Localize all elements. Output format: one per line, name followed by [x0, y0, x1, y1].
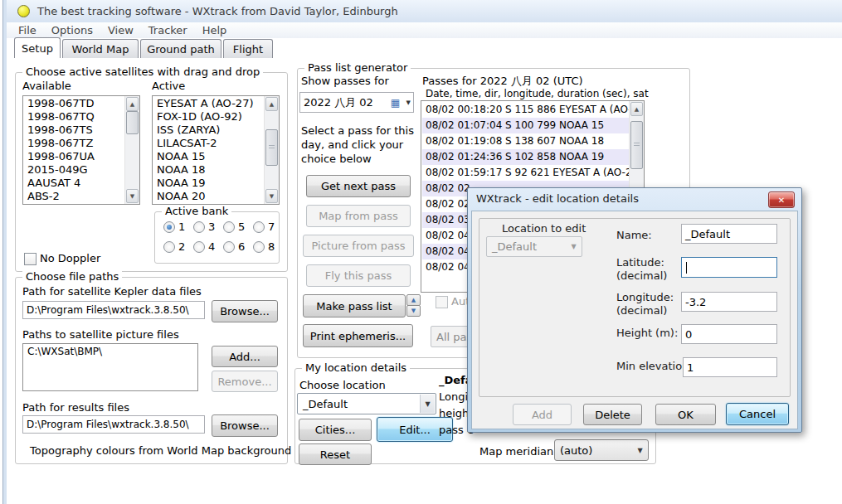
browse-results-button[interactable]: Browse...: [212, 414, 278, 437]
pass-row[interactable]: 08/02 01:24:36 S 102 858 NOAA 19: [422, 149, 629, 165]
list-item[interactable]: C:\WXSat\BMP\: [24, 345, 197, 359]
longitude-label: Longitude: (decimal): [616, 291, 674, 317]
list-item[interactable]: 1998-067TD: [24, 97, 124, 110]
active-satellites-list[interactable]: EYESAT A (AO-27) FOX-1D (AO-92) ISS (ZAR…: [152, 95, 280, 205]
scroll-down-icon[interactable]: ▼: [265, 189, 278, 203]
radio-bank-6[interactable]: [223, 241, 235, 253]
pass-row[interactable]: 08/02 01:07:04 S 100 799 NOAA 15: [422, 118, 629, 133]
chevron-down-icon[interactable]: ▼: [633, 441, 647, 459]
cancel-button[interactable]: Cancel: [726, 403, 789, 425]
add-path-button[interactable]: Add...: [212, 346, 278, 367]
pass-row[interactable]: 08/02 00:18:20 S 115 886 EYESAT A (AO-2: [422, 102, 629, 118]
list-item[interactable]: LILACSAT-2: [153, 137, 264, 150]
location-group-title: My location details: [302, 361, 410, 374]
height-label: Height (m):: [616, 327, 678, 339]
close-icon[interactable]: ✕: [768, 191, 795, 208]
remove-path-button: Remove...: [212, 371, 278, 392]
location-select[interactable]: _Default ▼: [297, 393, 436, 414]
title-bar[interactable]: The best tracking software - WXtrack fro…: [7, 0, 842, 23]
location-to-edit-select: _Default ▼: [486, 236, 582, 257]
no-doppler-checkbox[interactable]: [24, 253, 37, 265]
list-item[interactable]: NOAA 20: [153, 190, 264, 203]
chevron-down-icon: ▼: [567, 238, 581, 255]
chevron-down-icon[interactable]: ▼: [420, 395, 435, 413]
radio-bank-8[interactable]: [253, 241, 265, 253]
chevron-down-icon[interactable]: ▼: [406, 99, 411, 106]
list-item[interactable]: 1998-067TS: [24, 124, 124, 137]
list-item[interactable]: 2015-049G: [24, 163, 124, 177]
scroll-up-icon[interactable]: ▲: [265, 97, 278, 111]
file-paths-group: Choose file paths Path for satellite Kep…: [15, 277, 288, 464]
print-ephemeris-button[interactable]: Print ephemeris...: [303, 324, 413, 347]
location-to-edit-label: Location to edit: [502, 222, 586, 235]
pass-row[interactable]: 08/02 01:19:08 S 138 607 NOAA 18: [422, 133, 629, 149]
calendar-icon[interactable]: ▦: [391, 97, 400, 109]
list-item[interactable]: EYESAT A (AO-27): [153, 97, 264, 110]
list-item[interactable]: FOX-1D (AO-92): [153, 110, 264, 124]
map-meridian-select[interactable]: (auto) ▼: [554, 439, 649, 461]
list-item[interactable]: 1998-067UA: [24, 150, 124, 163]
scroll-up-icon[interactable]: ▲: [126, 97, 139, 111]
radio-label: 7: [268, 220, 275, 233]
cities-button[interactable]: Cities...: [299, 419, 372, 441]
tab-world-map[interactable]: World Map: [62, 39, 139, 58]
latitude-field[interactable]: [681, 257, 777, 278]
menu-tracker[interactable]: Tracker: [141, 24, 195, 36]
tab-flight[interactable]: Flight: [223, 39, 273, 58]
list-item[interactable]: AAUSAT 4: [24, 177, 124, 190]
radio-bank-7[interactable]: [253, 221, 265, 233]
make-pass-list-button[interactable]: Make pass list: [303, 294, 406, 317]
reset-button[interactable]: Reset: [299, 443, 372, 465]
longitude-value: -3.2: [685, 296, 706, 308]
stepper-down-icon[interactable]: ▼: [406, 305, 421, 317]
radio-label: 3: [208, 220, 215, 233]
get-next-pass-button[interactable]: Get next pass: [306, 175, 411, 197]
fly-this-pass-button: Fly this pass: [306, 264, 411, 287]
passes-title: Passes for 2022 八月 02 (UTC): [422, 74, 583, 89]
tab-ground-path[interactable]: Ground path: [140, 39, 221, 58]
scroll-thumb[interactable]: [630, 121, 643, 169]
kepler-path-input[interactable]: D:\Program Files\wxtrack.3.8.50\: [22, 301, 205, 319]
delete-button[interactable]: Delete: [583, 404, 642, 425]
min-elevation-label: Min elevation:: [616, 360, 693, 372]
results-path-input[interactable]: D:\Program Files\wxtrack.3.8.50\: [22, 415, 205, 434]
radio-label: 1: [178, 220, 185, 233]
location-to-edit-value: _Default: [492, 240, 537, 253]
scroll-thumb[interactable]: [126, 111, 139, 134]
passes-columns-header: Date, time, dir, longitude, duration (se…: [426, 88, 649, 99]
ok-button[interactable]: OK: [655, 404, 716, 425]
height-field[interactable]: 0: [681, 324, 777, 344]
date-picker[interactable]: 2022 八月 02 ▦ ▼: [299, 92, 414, 113]
scrollbar[interactable]: ▲ ▼: [264, 96, 279, 204]
menu-view[interactable]: View: [100, 24, 141, 36]
radio-bank-4[interactable]: [193, 241, 205, 253]
scroll-thumb[interactable]: [265, 129, 278, 166]
pass-count-stepper[interactable]: ▲ ▼: [406, 294, 420, 316]
list-item[interactable]: NOAA 18: [153, 163, 264, 177]
radio-bank-3[interactable]: [193, 221, 205, 233]
stepper-up-icon[interactable]: ▲: [406, 294, 421, 306]
menu-help[interactable]: Help: [195, 24, 235, 36]
radio-bank-5[interactable]: [223, 221, 235, 233]
tab-setup[interactable]: Setup: [14, 37, 61, 58]
list-item[interactable]: 1998-067TQ: [24, 110, 124, 124]
scroll-down-icon[interactable]: ▼: [126, 189, 139, 203]
list-item[interactable]: NOAA 15: [153, 150, 264, 163]
browse-kepler-button[interactable]: Browse...: [212, 300, 278, 322]
scroll-up-icon[interactable]: ▲: [630, 102, 643, 116]
list-item[interactable]: NOAA 19: [153, 177, 264, 190]
menu-options[interactable]: Options: [44, 24, 100, 36]
list-item[interactable]: ABS-2: [24, 190, 124, 203]
scrollbar[interactable]: ▲ ▼: [124, 96, 139, 204]
longitude-field[interactable]: -3.2: [681, 292, 777, 312]
menu-file[interactable]: File: [11, 24, 44, 36]
picture-paths-list[interactable]: C:\WXSat\BMP\: [22, 343, 198, 391]
pass-row[interactable]: 08/02 01:59:17 S 92 621 EYESAT A (AO-27: [422, 165, 629, 181]
radio-bank-1[interactable]: [163, 221, 175, 233]
radio-bank-2[interactable]: [163, 241, 175, 253]
available-satellites-list[interactable]: 1998-067TD 1998-067TQ 1998-067TS 1998-06…: [22, 95, 140, 205]
min-elevation-field[interactable]: 1: [683, 357, 777, 377]
list-item[interactable]: ISS (ZARYA): [153, 124, 264, 137]
name-field[interactable]: _Default: [681, 224, 777, 244]
list-item[interactable]: 1998-067TZ: [24, 137, 124, 150]
